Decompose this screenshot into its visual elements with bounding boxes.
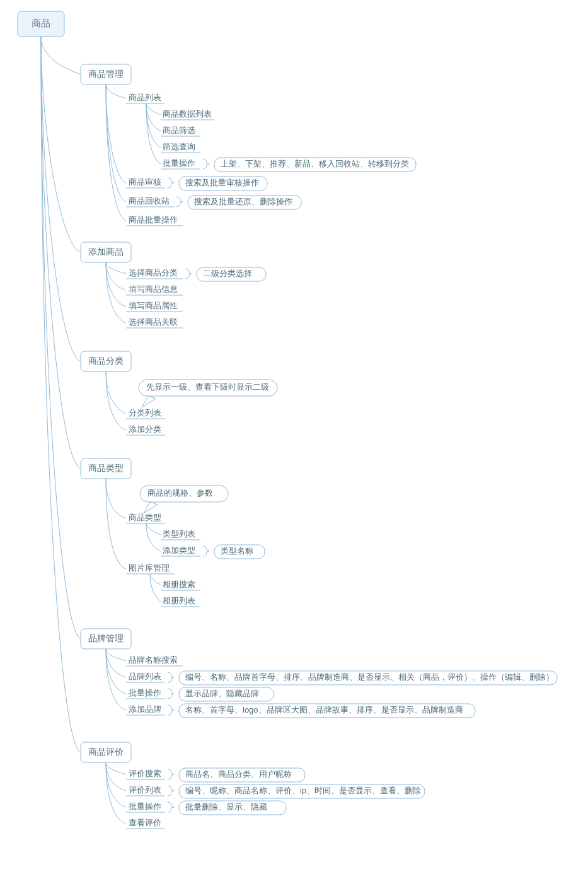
pill-b1c1-text: 上架、下架、推荐、新品、移入回收站、转移到分类 — [221, 159, 409, 168]
conn-b6-l2 — [106, 762, 126, 807]
conn-b5-l3 — [106, 649, 126, 710]
brace-b4c1 — [203, 546, 209, 556]
conn-b4c2-l0 — [150, 574, 161, 585]
branch-b1-label: 商品管理 — [88, 69, 124, 79]
pill-b6-0-text: 商品名、商品分类、用户昵称 — [185, 769, 292, 779]
conn-b5-l2 — [106, 649, 126, 694]
pill-b4c1-text: 类型名称 — [221, 546, 253, 556]
conn-b2-l0 — [106, 262, 126, 274]
b5-leaf1: 品牌列表 — [129, 672, 161, 681]
branch-b2-label: 添加商品 — [88, 247, 124, 257]
conn-b2-l3 — [106, 262, 126, 323]
pill-b6-2-text: 批量删除、显示、隐藏 — [185, 802, 267, 812]
conn-root-b5 — [41, 37, 81, 639]
b1c1-label: 商品列表 — [129, 93, 161, 102]
conn-root-b6 — [41, 37, 81, 752]
b1c3-label: 商品回收站 — [129, 196, 170, 206]
pill-b6-1-text: 编号、昵称、商品名称、评价、ip、时间、是否显示、查看、删除 — [185, 786, 421, 795]
b4c2-leaf0: 相册搜索 — [163, 580, 195, 589]
pill-b1c3-text: 搜索及批量还原、删除操作 — [194, 197, 292, 206]
brace-b6-2 — [168, 802, 174, 812]
root-label: 商品 — [32, 18, 50, 28]
brace-b5-1 — [168, 672, 174, 682]
brace-b1c2 — [168, 178, 174, 188]
b1c1-leaf0: 商品数据列表 — [163, 109, 212, 119]
conn-b3-l1 — [106, 371, 126, 430]
b4c1-leaf0: 类型列表 — [163, 529, 195, 539]
conn-b1c1-l3 — [146, 103, 161, 164]
b1c1-leaf2: 筛选查询 — [163, 142, 195, 151]
conn-b6-l3 — [106, 762, 126, 824]
b4c1-label: 商品类型 — [129, 513, 161, 522]
b4c1-leaf1: 添加类型 — [163, 545, 195, 555]
conn-b1-c1 — [106, 85, 126, 98]
branch-b5-label: 品牌管理 — [88, 633, 124, 643]
b1c4-label: 商品批量操作 — [129, 215, 178, 224]
b3-leaf0: 分类列表 — [129, 408, 161, 417]
brace-b6-1 — [168, 786, 174, 796]
cloud-b4-text: 商品的规格、参数 — [147, 488, 213, 498]
conn-b4-c1 — [106, 479, 126, 518]
mindmap-canvas: 商品 商品管理 商品列表 商品数据列表 商品筛选 筛选查询 批量操作 上架、下架… — [0, 0, 588, 886]
conn-b5-l0 — [106, 649, 126, 661]
cloud-b3-text: 先显示一级、查看下级时显示二级 — [146, 382, 269, 392]
conn-b3-l0 — [106, 371, 126, 414]
conn-root-b2 — [41, 37, 81, 252]
b6-leaf3: 查看评价 — [129, 818, 161, 827]
brace-b5-3 — [168, 705, 174, 715]
branch-b3-label: 商品分类 — [88, 356, 124, 366]
b2-leaf2: 填写商品属性 — [128, 301, 178, 310]
conn-b1-c2 — [106, 85, 126, 183]
pill-b1c2-text: 搜索及批量审核操作 — [185, 178, 259, 187]
brace-b6-0 — [168, 769, 174, 779]
conn-root-b3 — [41, 37, 81, 361]
brace-b1c3 — [176, 197, 183, 207]
brace-b2 — [185, 269, 192, 279]
b3-leaf1: 添加分类 — [129, 424, 161, 434]
b4c2-leaf1: 相册列表 — [163, 596, 195, 605]
pill-b5-2-text: 显示品牌、隐藏品牌 — [185, 689, 259, 698]
brace-b5-2 — [168, 689, 174, 699]
conn-b1c1-l0 — [146, 103, 161, 115]
b5-leaf3: 添加品牌 — [129, 704, 161, 714]
pill-b2-text: 二级分类选择 — [203, 269, 252, 278]
conn-b1-c3 — [106, 85, 126, 202]
b2-leaf0: 选择商品分类 — [129, 268, 178, 277]
pill-b5-1-text: 编号、名称、品牌首字母、排序、品牌制造商、是否显示、相关（商品，评价）、操作（编… — [185, 672, 554, 682]
pill-b5-3-text: 名称、首字母、logo、品牌区大图、品牌故事、排序、是否显示、品牌制造商 — [185, 705, 463, 714]
b2-leaf3: 选择商品关联 — [129, 317, 178, 327]
b1c1-leaf3: 批量操作 — [163, 158, 195, 168]
cloud-b4-tail — [144, 502, 158, 513]
b4c2-label: 图片库管理 — [129, 563, 170, 573]
b6-leaf0: 评价搜索 — [129, 769, 161, 778]
b1c2-label: 商品审核 — [129, 177, 161, 187]
conn-b4c1-l0 — [146, 523, 161, 535]
conn-b4-c2 — [106, 479, 126, 569]
b5-leaf2: 批量操作 — [129, 688, 161, 697]
cloud-b3-tail — [142, 396, 156, 407]
brace-b1c1 — [203, 159, 209, 169]
b5-leaf0: 品牌名称搜索 — [129, 655, 178, 665]
b6-leaf1: 评价列表 — [129, 785, 161, 795]
b1c1-leaf1: 商品筛选 — [163, 125, 195, 135]
branch-b6-label: 商品评价 — [88, 747, 124, 757]
branch-b4-label: 商品类型 — [88, 463, 124, 473]
b2-leaf1: 填写商品信息 — [128, 284, 178, 294]
conn-b6-l0 — [106, 762, 126, 774]
conn-root-b1 — [41, 37, 81, 74]
b6-leaf2: 批量操作 — [129, 801, 161, 811]
